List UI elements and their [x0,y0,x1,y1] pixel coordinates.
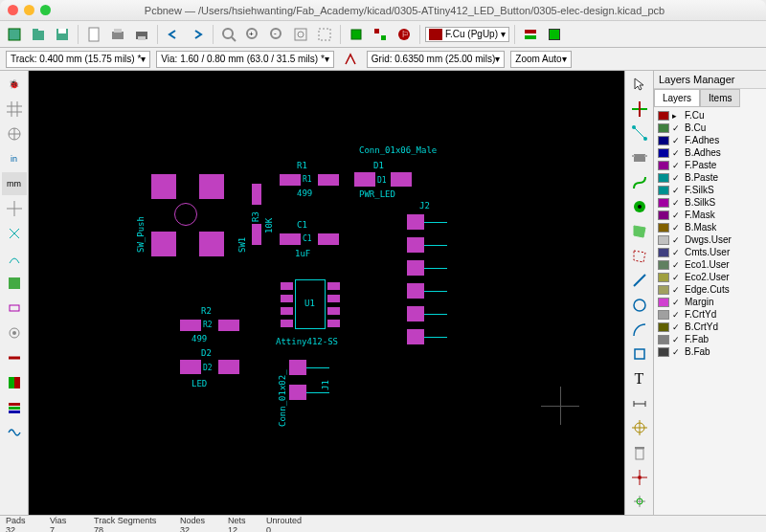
layer-visible-check[interactable]: ✓ [672,285,682,295]
via-sketch-icon[interactable] [2,321,27,344]
auto-track-icon[interactable] [340,49,361,70]
layer-visible-check[interactable]: ✓ [672,347,682,357]
layer-visible-check[interactable]: ✓ [672,298,682,307]
page-settings-icon[interactable] [83,24,104,45]
footprint-icon[interactable] [346,24,367,45]
layer-row[interactable]: ✓B.Fab [656,345,764,358]
undo-icon[interactable] [163,24,184,45]
add-circle-icon[interactable] [627,294,652,317]
zoom-button[interactable] [40,5,51,15]
ratsnest-icon[interactable] [2,222,27,245]
set-origin-icon[interactable] [627,466,652,489]
layer-visible-check[interactable]: ✓ [672,211,682,220]
add-via-icon[interactable] [627,195,652,218]
layer-row[interactable]: ✓Eco1.User [656,258,764,271]
layer-row[interactable]: ✓Eco2.User [656,271,764,283]
layer-row[interactable]: ✓F.CrtYd [656,308,764,321]
layer-visible-check[interactable]: ✓ [672,322,682,332]
microwave-icon[interactable] [2,421,27,444]
close-button[interactable] [8,5,18,15]
route-track-icon[interactable] [627,171,652,194]
add-dimension-icon[interactable] [627,392,652,415]
zoom-selection-icon[interactable] [314,24,335,45]
layer-visible-check[interactable]: ✓ [672,223,682,233]
layer-row[interactable]: ✓F.Mask [656,209,764,221]
layers-mgr-icon[interactable] [2,396,27,419]
grid-select[interactable]: Grid: 0.6350 mm (25.00 mils) ▾ [367,51,506,68]
save-icon[interactable] [52,24,73,45]
layer-visible-check[interactable]: ✓ [672,161,682,170]
layer-row[interactable]: ✓Edge.Cuts [656,283,764,296]
zoom-fit-icon[interactable] [290,24,311,45]
units-mm-icon[interactable]: mm [2,172,27,195]
layer-pair-icon[interactable] [520,24,541,45]
layer-visible-check[interactable]: ▸ [672,111,682,121]
layer-visible-check[interactable]: ✓ [672,148,682,158]
delete-icon[interactable] [627,441,652,464]
layer-visible-check[interactable]: ✓ [672,310,682,320]
layer-visible-check[interactable]: ✓ [672,173,682,183]
select-tool-icon[interactable] [627,73,652,96]
pad-sketch-icon[interactable] [2,297,27,320]
layer-visible-check[interactable]: ✓ [672,273,682,282]
layer-row[interactable]: ✓F.Adhes [656,134,764,146]
layer-select[interactable]: F.Cu (PgUp) ▾ [425,27,509,42]
layer-row[interactable]: ✓B.Paste [656,171,764,184]
add-line-icon[interactable] [627,269,652,292]
add-text-icon[interactable]: T [627,367,652,390]
layer-row[interactable]: ✓F.Paste [656,159,764,171]
layer-row[interactable]: ✓B.CrtYd [656,321,764,333]
redo-icon[interactable] [187,24,208,45]
zoom-redraw-icon[interactable] [218,24,239,45]
add-keepout-icon[interactable] [627,245,652,268]
zoom-in-icon[interactable]: + [242,24,263,45]
via-size-select[interactable]: Via: 1.60 / 0.80 mm (63.0 / 31.5 mils) *… [156,51,333,68]
layer-row[interactable]: ✓Cmts.User [656,246,764,258]
layer-row[interactable]: ✓B.Adhes [656,146,764,159]
polar-icon[interactable] [2,122,27,145]
print-icon[interactable] [107,24,128,45]
open-icon[interactable] [28,24,49,45]
add-target-icon[interactable] [627,416,652,439]
tab-layers[interactable]: Layers [654,89,700,107]
track-width-select[interactable]: Track: 0.400 mm (15.75 mils) * ▾ [6,51,150,68]
tab-items[interactable]: Items [700,89,740,107]
minimize-button[interactable] [24,5,34,15]
drc-icon[interactable]: ⚐ [394,24,415,45]
layer-row[interactable]: ✓Margin [656,296,764,308]
grid-origin-icon[interactable] [627,490,652,513]
track-sketch-icon[interactable] [2,346,27,369]
cursor-shape-icon[interactable] [2,197,27,220]
add-footprint-icon[interactable] [627,146,652,169]
layer-row[interactable]: ✓B.SilkS [656,196,764,209]
layer-visible-check[interactable]: ✓ [672,198,682,208]
layer-visible-check[interactable]: ✓ [672,248,682,257]
local-ratsnest-icon[interactable] [627,122,652,144]
curved-ratsnest-icon[interactable] [2,247,27,270]
highlight-net-icon[interactable] [627,98,652,121]
layer-row[interactable]: ✓B.Mask [656,221,764,233]
layer-row[interactable]: ✓Dwgs.User [656,233,764,246]
scripting-icon[interactable] [544,24,565,45]
grid-icon[interactable] [2,98,27,121]
layer-visible-check[interactable]: ✓ [672,335,682,344]
layer-row[interactable]: ✓B.Cu [656,122,764,134]
layer-visible-check[interactable]: ✓ [672,136,682,145]
add-arc-icon[interactable] [627,319,652,342]
plot-icon[interactable] [131,24,152,45]
net-inspector-icon[interactable] [370,24,391,45]
zoom-select[interactable]: Zoom Auto ▾ [510,51,571,68]
zone-fill-icon[interactable] [2,272,27,295]
layer-visible-check[interactable]: ✓ [672,235,682,245]
pcb-canvas[interactable]: SW_Push SW1 R3 10K R1 R1 499 D1 D1 PWR_L… [29,71,624,515]
layer-visible-check[interactable]: ✓ [672,123,682,133]
contrast-icon[interactable] [2,371,27,394]
add-polygon-icon[interactable] [627,343,652,366]
layer-row[interactable]: ▸F.Cu [656,109,764,122]
zoom-out-icon[interactable]: - [266,24,287,45]
layer-visible-check[interactable]: ✓ [672,186,682,195]
drc-off-icon[interactable]: 🐞 [2,73,27,96]
units-in-icon[interactable]: in [2,147,27,170]
layer-row[interactable]: ✓F.SilkS [656,184,764,196]
new-icon[interactable] [4,24,25,45]
